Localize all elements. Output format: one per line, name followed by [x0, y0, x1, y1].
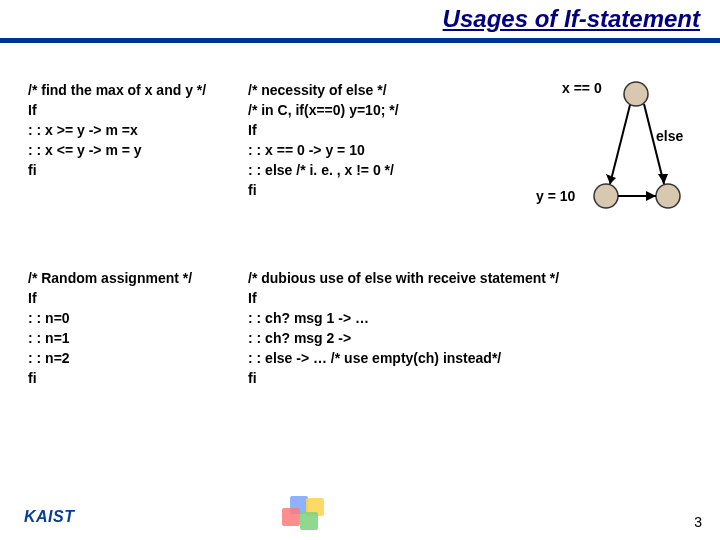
col-dubious: /* dubious use of else with receive stat…: [248, 268, 692, 424]
row-bottom: /* Random assignment */ If : : n=0 : : n…: [28, 268, 692, 424]
node-right: [656, 184, 680, 208]
edge-xeq0: [610, 105, 630, 184]
node-top: [624, 82, 648, 106]
col-random: /* Random assignment */ If : : n=0 : : n…: [28, 268, 248, 424]
label-y10: y = 10: [536, 188, 575, 204]
square-green: [300, 512, 318, 530]
col-necessity: /* necessity of else */ /* in C, if(x==0…: [248, 80, 468, 246]
page-number: 3: [694, 514, 702, 530]
edge-else: [644, 104, 664, 184]
content: /* find the max of x and y */ If : : x >…: [28, 80, 692, 460]
col-diagram: x == 0 else y = 10: [468, 80, 692, 246]
code-dubious: /* dubious use of else with receive stat…: [248, 268, 692, 388]
code-random: /* Random assignment */ If : : n=0 : : n…: [28, 268, 248, 388]
label-xeq0: x == 0: [562, 80, 602, 96]
code-max: /* find the max of x and y */ If : : x >…: [28, 80, 248, 180]
row-top: /* find the max of x and y */ If : : x >…: [28, 80, 692, 246]
slide: Usages of If-statement /* find the max o…: [0, 0, 720, 540]
title-area: Usages of If-statement: [0, 0, 720, 48]
title-rule: [0, 38, 720, 43]
square-red: [282, 508, 300, 526]
code-necessity: /* necessity of else */ /* in C, if(x==0…: [248, 80, 468, 200]
kaist-logo: KAIST: [24, 508, 75, 526]
arrow-xeq0: [606, 174, 616, 184]
decorative-squares: [280, 496, 336, 532]
label-else: else: [656, 128, 683, 144]
node-left: [594, 184, 618, 208]
flow-diagram: x == 0 else y = 10: [468, 80, 692, 246]
slide-title: Usages of If-statement: [0, 0, 710, 38]
col-max: /* find the max of x and y */ If : : x >…: [28, 80, 248, 246]
arrow-merge: [646, 191, 656, 201]
diagram-svg: [468, 80, 692, 246]
